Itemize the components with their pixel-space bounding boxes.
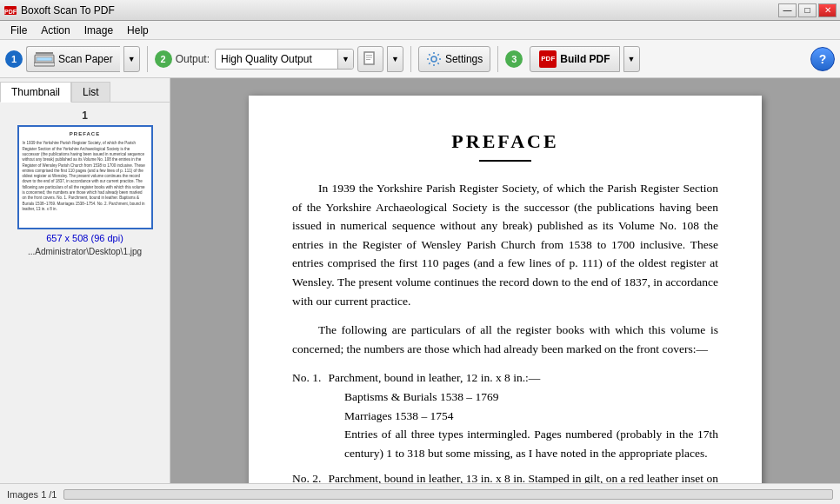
output-label: Output: — [176, 53, 210, 65]
svg-rect-9 — [366, 59, 370, 60]
build-pdf-dropdown[interactable]: ▼ — [623, 46, 640, 72]
scan-paper-dropdown[interactable]: ▼ — [123, 46, 140, 72]
left-panel: Thumbnail List 1 PREFACE In 1939 the Yor… — [0, 78, 170, 483]
maximize-button[interactable]: □ — [798, 3, 817, 17]
thumbnail-item: 1 PREFACE In 1939 the Yorkshire Parish R… — [7, 109, 163, 256]
settings-label: Settings — [445, 53, 483, 65]
status-bar: Images 1 /1 — [0, 483, 840, 504]
title-bar: PDF Boxoft Scan To PDF — □ ✕ — [0, 0, 840, 21]
scan-paper-label: Scan Paper — [58, 53, 113, 65]
settings-button[interactable]: Settings — [418, 46, 490, 72]
svg-rect-8 — [366, 56, 372, 57]
page-size-dropdown[interactable]: ▼ — [387, 46, 403, 72]
list-sub-1-1: Marriages 1538 – 1754 — [344, 407, 718, 426]
gear-icon — [426, 51, 442, 67]
menu-action[interactable]: Action — [34, 23, 77, 38]
toolbar: 1 Scan Paper ▼ 2 Output: High Quality Ou… — [0, 40, 840, 78]
thumbnail-image[interactable]: PREFACE In 1939 the Yorkshire Parish Reg… — [17, 125, 153, 229]
app-title: Boxoft Scan To PDF — [21, 4, 115, 17]
main-area: Thumbnail List 1 PREFACE In 1939 the Yor… — [0, 78, 840, 483]
doc-title: PREFACE — [292, 130, 718, 153]
tabs-header: Thumbnail List — [0, 78, 170, 103]
scan-paper-arrow-icon: ▼ — [128, 55, 136, 63]
thumbnail-area: 1 PREFACE In 1939 the Yorkshire Parish R… — [0, 103, 170, 483]
thumb-preview: PREFACE In 1939 the Yorkshire Parish Reg… — [19, 127, 151, 228]
scanner-icon — [34, 51, 55, 67]
step1-group: 1 Scan Paper ▼ — [5, 46, 140, 72]
list-sub-1-2: Entries of all three types intermingled.… — [344, 425, 718, 462]
build-pdf-label: Build PDF — [560, 53, 610, 65]
list-sub-1: Baptisms & Burials 1538 – 1769 Marriages… — [292, 388, 718, 462]
sep3 — [497, 46, 498, 72]
menu-file[interactable]: File — [3, 23, 34, 38]
tab-thumbnail[interactable]: Thumbnail — [0, 82, 71, 103]
document-area: PREFACE In 1939 the Yorkshire Parish Reg… — [170, 78, 840, 483]
window-controls[interactable]: — □ ✕ — [778, 3, 837, 17]
menu-bar: File Action Image Help — [0, 21, 840, 40]
help-button[interactable]: ? — [810, 47, 835, 71]
doc-paragraph-2: The following are particulars of all the… — [292, 321, 718, 358]
help-icon: ? — [819, 52, 827, 66]
step3-badge: 3 — [505, 50, 523, 68]
list-text-1: Parchment, bound in leather, 12 in. x 8 … — [328, 371, 540, 384]
svg-rect-3 — [37, 57, 52, 61]
svg-point-10 — [431, 56, 437, 62]
pdf-icon: PDF — [539, 50, 557, 68]
output-select[interactable]: High Quality Output ▼ — [215, 49, 354, 70]
build-pdf-button[interactable]: PDF Build PDF — [530, 46, 619, 72]
doc-rule — [479, 160, 531, 162]
list-sub-1-0: Baptisms & Burials 1538 – 1769 — [344, 388, 718, 407]
tab-list[interactable]: List — [71, 82, 110, 102]
thumb-path: ...Administrator\Desktop\1.jpg — [28, 247, 142, 256]
menu-help[interactable]: Help — [120, 23, 156, 38]
status-text: Images 1 /1 — [7, 489, 57, 500]
output-dropdown-arrow[interactable]: ▼ — [337, 50, 353, 69]
sep1 — [147, 46, 148, 72]
sep2 — [410, 46, 411, 72]
svg-rect-6 — [364, 52, 374, 64]
minimize-button[interactable]: — — [778, 3, 797, 17]
thumb-page-number: 1 — [17, 109, 153, 122]
svg-rect-7 — [366, 55, 372, 56]
build-pdf-arrow-icon: ▼ — [628, 55, 636, 63]
page-size-button[interactable] — [357, 46, 383, 72]
list-label-2: No. 2. — [292, 472, 321, 483]
output-value: High Quality Output — [216, 53, 337, 65]
list-text-2: Parchment, bound in leather, 13 in. x 8 … — [292, 472, 718, 483]
doc-paragraph-1: In 1939 the Yorkshire Parish Register So… — [292, 179, 718, 310]
step2-group: 2 Output: High Quality Output ▼ — [155, 49, 354, 70]
menu-image[interactable]: Image — [77, 23, 120, 38]
list-label-1: No. 1. — [292, 371, 321, 384]
step1-badge: 1 — [5, 50, 23, 68]
thumb-dimensions[interactable]: 657 x 508 (96 dpi) — [46, 233, 123, 243]
doc-list-item-2: No. 2.Parchment, bound in leather, 13 in… — [292, 469, 718, 483]
svg-text:PDF: PDF — [4, 9, 17, 15]
step2-badge: 2 — [155, 50, 172, 68]
close-button[interactable]: ✕ — [818, 3, 837, 17]
document-page: PREFACE In 1939 the Yorkshire Parish Reg… — [249, 96, 762, 483]
doc-body: In 1939 the Yorkshire Parish Register So… — [292, 179, 718, 483]
svg-rect-4 — [34, 63, 55, 66]
doc-list-item-1: No. 1.Parchment, bound in leather, 12 in… — [292, 368, 718, 462]
page-icon — [363, 51, 378, 67]
app-icon: PDF — [3, 3, 17, 17]
progress-bar — [63, 489, 833, 500]
scan-paper-button[interactable]: Scan Paper — [26, 46, 120, 72]
